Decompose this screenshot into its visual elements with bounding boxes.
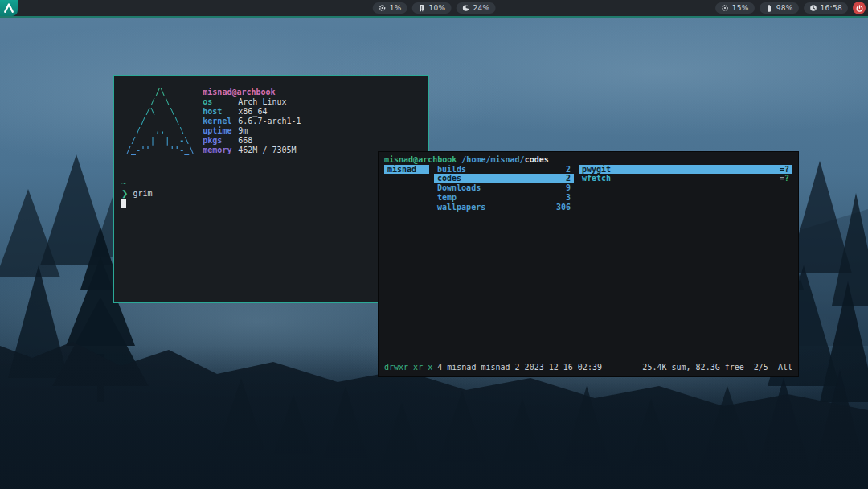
gear-icon bbox=[721, 4, 729, 12]
file-meta: 4 misnad misnad 2 2023-12-16 02:39 bbox=[432, 363, 602, 372]
power-button[interactable] bbox=[853, 2, 866, 14]
dir-name: misnad bbox=[387, 165, 416, 175]
fetch-value: 9m bbox=[238, 126, 248, 136]
cpu-module[interactable]: 1% bbox=[373, 2, 407, 14]
arch-ascii-logo: /\ / \ /\ \ / \ / ,, \ / | | -\ /_-'' ''… bbox=[121, 88, 194, 155]
dir-item[interactable]: builds2 bbox=[434, 165, 574, 175]
lf-columns: misnad builds2 codes2 Downloads9 temp3 w… bbox=[384, 165, 792, 212]
fetch-label: host bbox=[203, 107, 238, 117]
typed-command: grim bbox=[133, 189, 152, 198]
prompt-symbol: ❯ bbox=[121, 189, 128, 198]
size-placeholder: =? bbox=[780, 165, 789, 175]
dir-name: wallpapers bbox=[437, 203, 485, 212]
temperature-value: 15% bbox=[732, 4, 749, 12]
lf-status-bar: drwxr-xr-x 4 misnad misnad 2 2023-12-16 … bbox=[384, 363, 792, 372]
fetch-label: uptime bbox=[203, 126, 238, 136]
lf-main-column: builds2 codes2 Downloads9 temp3 wallpape… bbox=[434, 165, 574, 212]
preview-item-selected[interactable]: pwygit=? bbox=[579, 165, 792, 175]
bar-center-modules: 1% 10% 24% bbox=[373, 0, 496, 16]
battery-value: 98% bbox=[776, 4, 793, 12]
disk-module[interactable]: 24% bbox=[456, 2, 495, 14]
arch-launcher-button[interactable] bbox=[0, 0, 18, 16]
clock-module[interactable]: 16:58 bbox=[804, 2, 848, 14]
fetch-hostname: misnad@archbook bbox=[203, 88, 301, 97]
gear-icon bbox=[379, 4, 387, 12]
fetch-value: Arch Linux bbox=[238, 97, 286, 107]
file-details: drwxr-xr-x 4 misnad misnad 2 2023-12-16 … bbox=[384, 363, 602, 372]
fetch-label: os bbox=[203, 97, 238, 107]
disk-pie-icon bbox=[461, 4, 469, 12]
preview-item[interactable]: wfetch=? bbox=[579, 174, 792, 183]
terminal-window-lf[interactable]: misnad@archbook /home/misnad/codes misna… bbox=[378, 151, 799, 377]
lf-preview-column: pwygit=? wfetch=? bbox=[579, 165, 792, 212]
lf-parent-path: /home/misnad/ bbox=[461, 155, 524, 164]
fetch-label: kernel bbox=[203, 117, 238, 126]
dir-item-selected[interactable]: codes2 bbox=[434, 174, 574, 183]
fetch-value: 462M / 7305M bbox=[238, 146, 296, 155]
terminal-cursor bbox=[121, 199, 126, 208]
fetch-output: /\ / \ /\ \ / \ / ,, \ / | | -\ /_-'' ''… bbox=[121, 88, 301, 155]
fetch-label: memory bbox=[203, 146, 238, 155]
fetch-info: misnad@archbook osArch Linux hostx86_64 … bbox=[203, 88, 301, 155]
size-placeholder: =? bbox=[780, 174, 789, 183]
dir-count: 9 bbox=[566, 183, 571, 193]
status-bar: 1% 10% 24% 15% bbox=[0, 0, 868, 18]
disk-value: 24% bbox=[473, 4, 489, 12]
cpu-value: 1% bbox=[390, 4, 402, 12]
shell-prompt[interactable]: ~ ❯ grim bbox=[121, 179, 153, 208]
lf-file-manager: misnad@archbook /home/misnad/codes misna… bbox=[379, 152, 798, 376]
fetch-value: 6.6.7-arch1-1 bbox=[238, 117, 301, 126]
bar-right-modules: 15% 98% 16:58 bbox=[715, 0, 866, 16]
file-name: wfetch bbox=[582, 174, 611, 183]
dir-item[interactable]: temp3 bbox=[434, 193, 574, 203]
fetch-value: x86_64 bbox=[238, 107, 267, 117]
dir-name: Downloads bbox=[437, 183, 481, 193]
dir-name: codes bbox=[437, 174, 461, 183]
dir-item[interactable]: wallpapers306 bbox=[434, 203, 574, 212]
dir-item[interactable]: Downloads9 bbox=[434, 183, 574, 193]
lf-hostname: misnad@archbook bbox=[384, 155, 457, 164]
dir-count: 306 bbox=[556, 203, 571, 212]
dir-count: 2 bbox=[566, 174, 571, 183]
dir-count: 2 bbox=[566, 165, 571, 175]
dir-name: temp bbox=[437, 193, 457, 203]
file-permissions: drwxr-xr-x bbox=[384, 363, 432, 372]
power-icon bbox=[855, 4, 864, 13]
clock-icon bbox=[809, 4, 817, 12]
memory-value: 10% bbox=[429, 4, 446, 12]
dir-count: 3 bbox=[566, 193, 571, 203]
file-name: pwygit bbox=[582, 165, 611, 175]
memory-module[interactable]: 10% bbox=[412, 2, 452, 14]
clock-value: 16:58 bbox=[821, 4, 842, 12]
disk-summary: 25.4K sum, 82.3G free 2/5 All bbox=[642, 363, 792, 372]
battery-icon bbox=[765, 4, 773, 13]
parent-dir-item[interactable]: misnad bbox=[384, 165, 429, 175]
fetch-label: pkgs bbox=[203, 136, 238, 146]
arch-logo-icon bbox=[2, 2, 15, 14]
memory-icon bbox=[418, 4, 426, 12]
temperature-module[interactable]: 15% bbox=[715, 2, 755, 14]
dir-name: builds bbox=[437, 165, 466, 175]
lf-current-dir: codes bbox=[525, 155, 549, 164]
battery-module[interactable]: 98% bbox=[760, 2, 799, 14]
prompt-cwd: ~ bbox=[121, 179, 153, 189]
fetch-value: 668 bbox=[238, 136, 252, 146]
lf-parent-column: misnad bbox=[384, 165, 429, 212]
breadcrumb: misnad@archbook /home/misnad/codes bbox=[384, 155, 792, 165]
